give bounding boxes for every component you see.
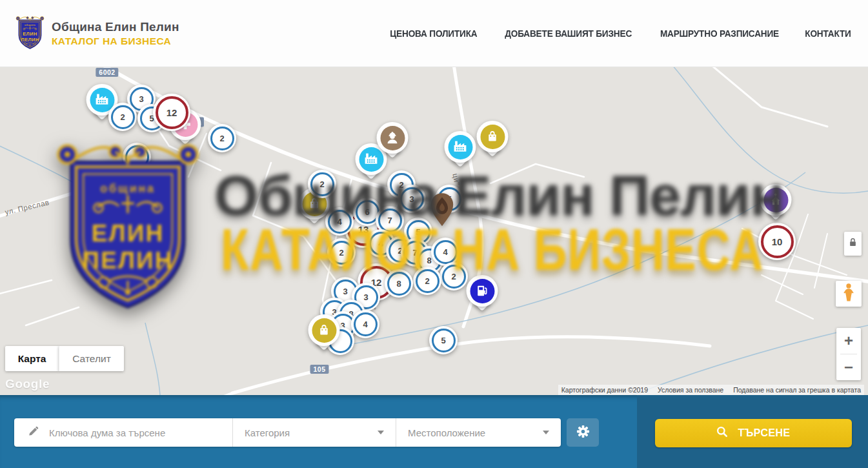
cluster-marker[interactable]: 2	[308, 170, 336, 198]
chevron-down-icon	[543, 431, 549, 434]
pencil-icon	[27, 425, 39, 440]
gear-icon	[576, 424, 590, 442]
cluster-marker[interactable]: 4	[351, 310, 379, 338]
cluster-marker[interactable]: 2	[439, 262, 468, 290]
flame-marker[interactable]	[428, 191, 456, 230]
church-marker[interactable]	[760, 184, 792, 227]
header: Община Елин Пелин КАТАЛОГ НА БИЗНЕСА ЦЕН…	[0, 0, 868, 67]
location-label: Местоположение	[408, 427, 485, 438]
cluster-marker[interactable]: 2	[208, 124, 236, 152]
cluster-marker[interactable]: 8	[385, 269, 413, 298]
nav-item-route-schedule[interactable]: МАРШРУТНО РАЗПИСАНИЕ	[660, 28, 779, 39]
google-logo[interactable]: Google	[5, 377, 50, 391]
factory-marker[interactable]	[444, 131, 476, 174]
bag-marker[interactable]	[476, 121, 509, 163]
cluster-marker[interactable]: 10	[758, 223, 796, 260]
fuel-marker[interactable]	[466, 275, 498, 318]
google-map[interactable]: 6002105ул. Преславбул. „Новоселци" 32512…	[0, 67, 868, 395]
keyword-input[interactable]	[48, 427, 202, 439]
map-view-button[interactable]: Карта	[5, 346, 59, 371]
nav-item-add-business[interactable]: ДОБАВЕТЕ ВАШИЯТ БИЗНЕС	[505, 28, 632, 39]
cluster-marker[interactable]	[123, 143, 151, 171]
brand-logo[interactable]: Община Елин Пелин КАТАЛОГ НА БИЗНЕСА	[15, 15, 179, 52]
nav-item-pricing[interactable]: ЦЕНОВА ПОЛИТИКА	[390, 28, 477, 39]
zoom-out-button[interactable]: −	[836, 354, 861, 380]
municipality-emblem-icon	[15, 15, 45, 52]
map-attribution: Картографски данни ©2019 Условия за полз…	[558, 385, 864, 395]
terms-link[interactable]: Условия за ползване	[658, 386, 723, 394]
search-icon	[716, 425, 729, 441]
cluster-marker[interactable]: 2	[327, 238, 356, 267]
page: община ЕЛИН ПЕЛИН Община Елин	[0, 0, 868, 468]
report-error-link[interactable]: Подаване на сигнал за грешка в картата	[733, 386, 861, 394]
search-button[interactable]: ТЪРСЕНЕ	[655, 419, 852, 447]
markers-layer: 325122223136475542278422128333834510	[0, 67, 868, 395]
zoom-in-button[interactable]: +	[836, 328, 861, 354]
zoom-control: + −	[836, 328, 861, 380]
search-fields: Категория Местоположение	[14, 418, 561, 447]
category-dropdown[interactable]: Категория	[232, 418, 396, 447]
lock-icon	[847, 236, 859, 252]
cluster-marker[interactable]: 2	[108, 103, 137, 131]
cluster-marker[interactable]: 4	[325, 207, 354, 236]
advanced-settings-button[interactable]	[567, 418, 599, 447]
cluster-marker[interactable]: 5	[429, 326, 458, 354]
brand-subtitle: КАТАЛОГ НА БИЗНЕСА	[52, 36, 179, 47]
main-nav: ЦЕНОВА ПОЛИТИКА ДОБАВЕТЕ ВАШИЯТ БИЗНЕС М…	[387, 0, 853, 66]
pegman-icon	[840, 283, 857, 305]
brand-title: Община Елин Пелин	[52, 19, 179, 35]
category-label: Категория	[245, 427, 290, 438]
worker-marker[interactable]	[376, 122, 409, 165]
keyword-field	[14, 418, 232, 447]
map-type-control: Карта Сателит	[5, 346, 124, 371]
chevron-down-icon	[378, 431, 384, 434]
search-bar: Категория Местоположение ТЪРСЕНЕ	[0, 395, 868, 468]
attribution-copyright: Картографски данни ©2019	[561, 386, 648, 394]
satellite-view-button[interactable]: Сателит	[59, 346, 124, 371]
location-dropdown[interactable]: Местоположение	[396, 418, 561, 447]
cluster-marker[interactable]: 2	[413, 267, 441, 295]
cluster-marker[interactable]: 3	[398, 185, 426, 213]
street-view-pegman-button[interactable]	[836, 281, 862, 307]
cluster-marker[interactable]: 12	[153, 94, 190, 131]
bag-marker[interactable]	[308, 314, 340, 357]
search-button-label: ТЪРСЕНЕ	[738, 427, 790, 440]
fullscreen-lock-button[interactable]	[844, 232, 862, 256]
nav-item-contacts[interactable]: КОНТАКТИ	[805, 28, 851, 39]
